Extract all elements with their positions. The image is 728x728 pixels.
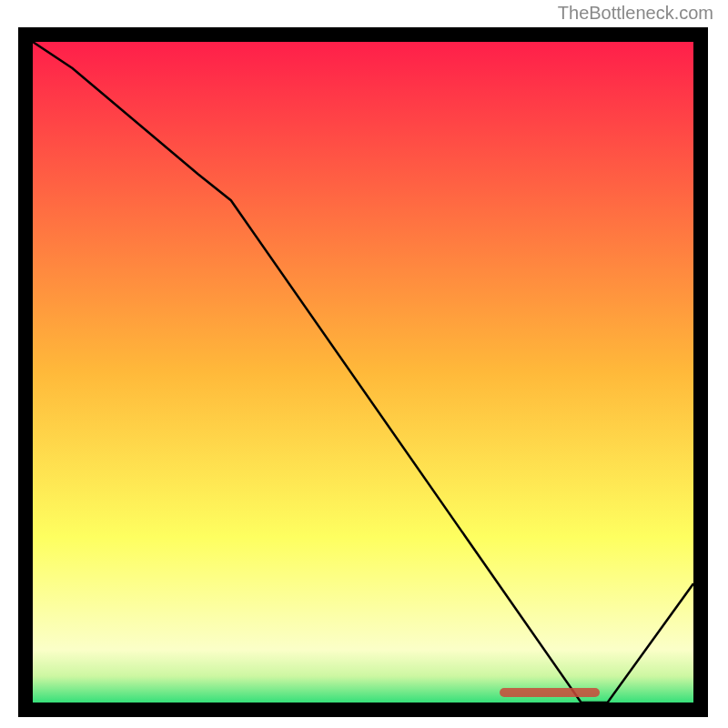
chart-background	[33, 42, 693, 703]
chart-plot-area	[33, 42, 693, 703]
chart-svg	[33, 42, 693, 703]
watermark-text: TheBottleneck.com	[558, 3, 713, 24]
chart-frame	[18, 27, 708, 717]
optimal-range-marker	[500, 688, 600, 697]
